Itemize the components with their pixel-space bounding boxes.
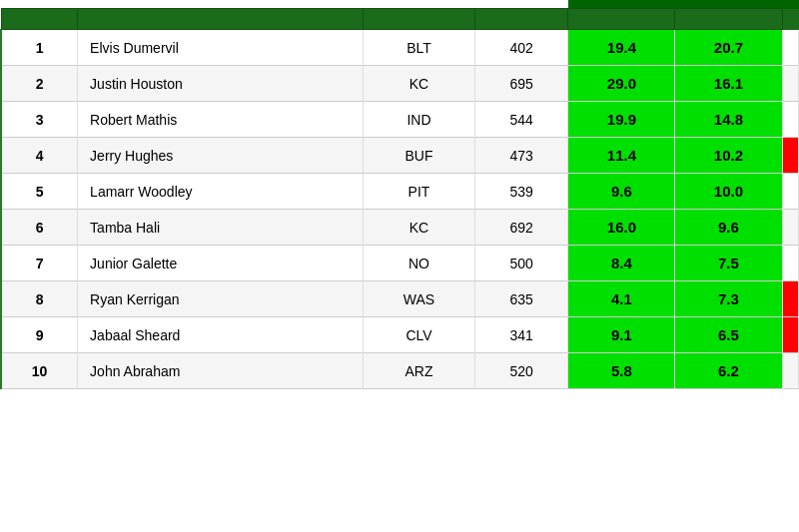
overall-cell: 4.1: [568, 281, 675, 317]
snaps-cell: 635: [475, 281, 568, 317]
empty-top-left: [1, 0, 568, 9]
rank-cell: 3: [1, 102, 78, 138]
name-cell: John Abraham: [78, 353, 364, 389]
indicator-cell: [782, 210, 799, 246]
indicator-cell: [782, 30, 799, 66]
name-cell: Jerry Hughes: [78, 138, 364, 174]
snaps-cell: 692: [475, 210, 568, 246]
overall-cell: 5.8: [568, 353, 675, 389]
table-row: 6Tamba HaliKC69216.09.6: [1, 210, 799, 246]
table-row: 3Robert MathisIND54419.914.8: [1, 102, 799, 138]
rush-cell: 7.3: [675, 281, 782, 317]
rank-cell: 8: [1, 281, 78, 317]
indicator-cell: [782, 102, 799, 138]
top-label-row: [1, 0, 799, 9]
team-cell: CLV: [363, 317, 474, 353]
snaps-cell: 341: [475, 317, 568, 353]
snaps-cell: 539: [475, 174, 568, 210]
snaps-cell: 695: [475, 66, 568, 102]
name-header: [78, 9, 364, 30]
name-cell: Tamba Hali: [78, 210, 364, 246]
overall-cell: 16.0: [568, 210, 675, 246]
overall-cell: 11.4: [568, 138, 675, 174]
rush-cell: 9.6: [675, 210, 782, 246]
column-header-row: [1, 9, 799, 30]
rush-cell: 16.1: [675, 66, 782, 102]
table-row: 9Jabaal SheardCLV3419.16.5: [1, 317, 799, 353]
overall-cell: 8.4: [568, 246, 675, 281]
rush-cell: 20.7: [675, 30, 782, 66]
rank-cell: 6: [1, 210, 78, 246]
rush-cell: 6.2: [675, 353, 782, 389]
team-header: [363, 9, 474, 30]
team-cell: IND: [363, 102, 474, 138]
indicator-cell: [782, 281, 799, 317]
rank-cell: 2: [1, 66, 78, 102]
rush-cell: 10.0: [675, 174, 782, 210]
indicator-cell: [782, 138, 799, 174]
ratings-label: [568, 0, 799, 9]
overall-cell: 19.4: [568, 30, 675, 66]
snaps-cell: 402: [475, 30, 568, 66]
rank-cell: 9: [1, 317, 78, 353]
overall-cell: 9.6: [568, 174, 675, 210]
rank-header: [1, 9, 78, 30]
table-row: 5Lamarr WoodleyPIT5399.610.0: [1, 174, 799, 210]
indicator-cell: [782, 246, 799, 281]
snaps-cell: 473: [475, 138, 568, 174]
name-cell: Robert Mathis: [78, 102, 364, 138]
indicator-cell: [782, 317, 799, 353]
rank-cell: 4: [1, 138, 78, 174]
rank-cell: 10: [1, 353, 78, 389]
overall-cell: 19.9: [568, 102, 675, 138]
indicator-cell: [782, 174, 799, 210]
team-cell: BLT: [363, 30, 474, 66]
table-row: 8Ryan KerriganWAS6354.17.3: [1, 281, 799, 317]
rush-cell: 7.5: [675, 246, 782, 281]
name-cell: Ryan Kerrigan: [78, 281, 364, 317]
rush-cell: 14.8: [675, 102, 782, 138]
main-table-container: 1Elvis DumervilBLT40219.420.72Justin Hou…: [0, 0, 799, 389]
table-body: 1Elvis DumervilBLT40219.420.72Justin Hou…: [1, 30, 799, 389]
snaps-cell: 544: [475, 102, 568, 138]
rank-cell: 1: [1, 30, 78, 66]
rush-header: [675, 9, 782, 30]
name-cell: Junior Galette: [78, 246, 364, 281]
indicator-header: [782, 9, 799, 30]
rush-cell: 6.5: [675, 317, 782, 353]
indicator-cell: [782, 353, 799, 389]
overall-header: [568, 9, 675, 30]
rush-cell: 10.2: [675, 138, 782, 174]
snaps-cell: 500: [475, 246, 568, 281]
name-cell: Lamarr Woodley: [78, 174, 364, 210]
name-cell: Jabaal Sheard: [78, 317, 364, 353]
overall-cell: 9.1: [568, 317, 675, 353]
table-row: 10John AbrahamARZ5205.86.2: [1, 353, 799, 389]
table-row: 4Jerry HughesBUF47311.410.2: [1, 138, 799, 174]
team-cell: PIT: [363, 174, 474, 210]
table-row: 7Junior GaletteNO5008.47.5: [1, 246, 799, 281]
table-row: 1Elvis DumervilBLT40219.420.7: [1, 30, 799, 66]
rank-cell: 5: [1, 174, 78, 210]
indicator-cell: [782, 66, 799, 102]
table-row: 2Justin HoustonKC69529.016.1: [1, 66, 799, 102]
rank-cell: 7: [1, 246, 78, 281]
team-cell: ARZ: [363, 353, 474, 389]
team-cell: WAS: [363, 281, 474, 317]
overall-cell: 29.0: [568, 66, 675, 102]
team-cell: KC: [363, 210, 474, 246]
name-cell: Elvis Dumervil: [78, 30, 364, 66]
team-cell: NO: [363, 246, 474, 281]
team-cell: KC: [363, 66, 474, 102]
snaps-cell: 520: [475, 353, 568, 389]
snaps-header: [475, 9, 568, 30]
name-cell: Justin Houston: [78, 66, 364, 102]
team-cell: BUF: [363, 138, 474, 174]
